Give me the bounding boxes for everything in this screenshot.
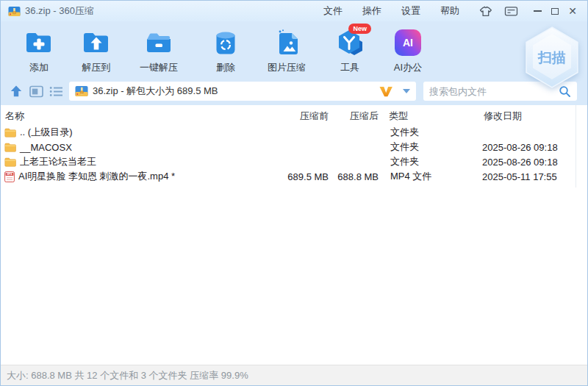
feedback-icon[interactable] [504,6,518,17]
maximize-button[interactable] [546,1,564,21]
menu-item-help[interactable]: 帮助 [440,4,459,18]
folder-icon [4,143,16,152]
close-icon: ✕ [568,6,577,16]
mp4-file-icon: MP4 [4,171,15,182]
file-name: __MACOSX [20,142,72,153]
statusbar: 大小: 688.8 MB 共 12 个文件和 3 个文件夹 压缩率 99.9% [1,365,587,385]
file-type: 文件夹 [381,126,481,139]
ai-office-button[interactable]: AI AI办公 [379,28,437,74]
file-name: AI明星换脸 李知恩 刺激的一夜.mp4 * [18,170,175,183]
up-directory-button[interactable] [10,84,24,99]
format-dropdown-caret[interactable] [403,89,410,93]
archive-path-box[interactable]: 36.zip - 解包大小为 689.5 MB [69,82,416,101]
toolbar-label: 添加 [29,61,49,74]
folder-icon [4,157,16,167]
folder-add-icon [24,28,54,57]
column-separator [576,105,576,187]
file-type: MP4 文件 [381,170,481,183]
v-format-logo-icon[interactable] [378,85,394,98]
folder-icon [4,128,16,137]
scan-label: 扫描 [537,50,566,65]
table-row-parent-directory[interactable]: .. (上级目录) 文件夹 [1,125,587,140]
maximize-icon [551,8,559,15]
ai-tile-glyph: AI [395,29,421,56]
file-modified: 2025-08-26 09:18 [481,157,575,168]
toolbar-label: AI办公 [394,61,422,74]
archive-path-text: 36.zip - 解包大小为 689.5 MB [93,85,373,98]
titlebar: 36.zip - 360压缩 文件 操作 设置 帮助 ✕ [1,1,587,21]
close-button[interactable]: ✕ [564,1,581,21]
app-window: 36.zip - 360压缩 文件 操作 设置 帮助 ✕ [0,0,588,386]
hexagon-tool-icon: New [334,28,365,57]
toolbar-label: 一键解压 [140,61,178,74]
toolbar-label: 解压到 [82,61,111,74]
folder-extract-icon [81,28,112,57]
menu-item-file[interactable]: 文件 [323,4,343,18]
column-header-packed-after[interactable]: 压缩后 [331,110,381,123]
extract-to-button[interactable]: 解压到 [70,28,123,74]
column-header-modified[interactable]: 修改日期 [481,110,575,123]
app-logo-icon [8,6,21,17]
theme-skin-icon[interactable] [478,6,492,17]
column-header-packed-before[interactable]: 压缩前 [284,110,331,123]
titlebar-icons [478,6,518,17]
menu-item-actions[interactable]: 操作 [362,4,381,18]
file-name: .. (上级目录) [20,126,73,139]
file-list: 名称 压缩前 压缩后 类型 修改日期 .. (上级目录) 文件夹 [1,105,587,365]
file-modified: 2025-08-26 09:18 [481,142,575,153]
ai-tile-icon: AI [392,28,423,57]
column-header-type[interactable]: 类型 [381,110,481,123]
toolbar: 添加 解压到 一键解压 [1,21,587,80]
delete-button[interactable]: 删除 [199,28,252,74]
window-controls: ✕ [528,1,587,21]
column-header-name[interactable]: 名称 [1,110,284,123]
table-row-folder[interactable]: 上老王论坛当老王 文件夹 2025-08-26 09:18 [1,154,587,169]
menu-item-settings[interactable]: 设置 [401,4,420,18]
file-type: 文件夹 [381,140,481,154]
minimize-icon [534,10,542,12]
folder-open-icon [143,28,174,57]
trash-icon [210,28,241,57]
minimize-button[interactable] [528,1,546,21]
add-button[interactable]: 添加 [12,28,65,74]
file-modified: 2025-05-11 17:55 [481,171,575,182]
file-name: 上老王论坛当老王 [20,155,96,168]
toolbar-label: 工具 [340,61,359,74]
toolbar-label: 图片压缩 [268,61,306,74]
image-file-icon [271,28,302,57]
tools-button[interactable]: New 工具 [321,28,379,74]
new-badge: New [348,24,371,34]
menubar: 文件 操作 设置 帮助 [323,4,459,18]
preview-pane-button[interactable] [29,84,43,99]
pathbar: 36.zip - 解包大小为 689.5 MB [1,80,587,105]
file-size-after: 688.8 MB [331,171,381,182]
one-click-extract-button[interactable]: 一键解压 [127,28,190,74]
table-row-mp4-file[interactable]: MP4 AI明星换脸 李知恩 刺激的一夜.mp4 * 689.5 MB 688.… [1,169,587,184]
file-size-before: 689.5 MB [284,171,331,182]
file-type: 文件夹 [381,155,481,168]
window-title: 36.zip - 360压缩 [25,4,94,18]
svg-text:MP4: MP4 [7,173,12,176]
list-view-button[interactable] [49,84,63,99]
zip-file-icon [75,85,88,97]
list-header: 名称 压缩前 压缩后 类型 修改日期 [1,107,587,125]
image-compress-button[interactable]: 图片压缩 [255,28,318,74]
status-text: 大小: 688.8 MB 共 12 个文件和 3 个文件夹 压缩率 99.9% [7,369,248,382]
toolbar-label: 删除 [216,61,235,74]
table-row-macosx[interactable]: __MACOSX 文件夹 2025-08-26 09:18 [1,140,587,154]
scan-hexagon-button[interactable]: 扫描 [521,25,583,90]
